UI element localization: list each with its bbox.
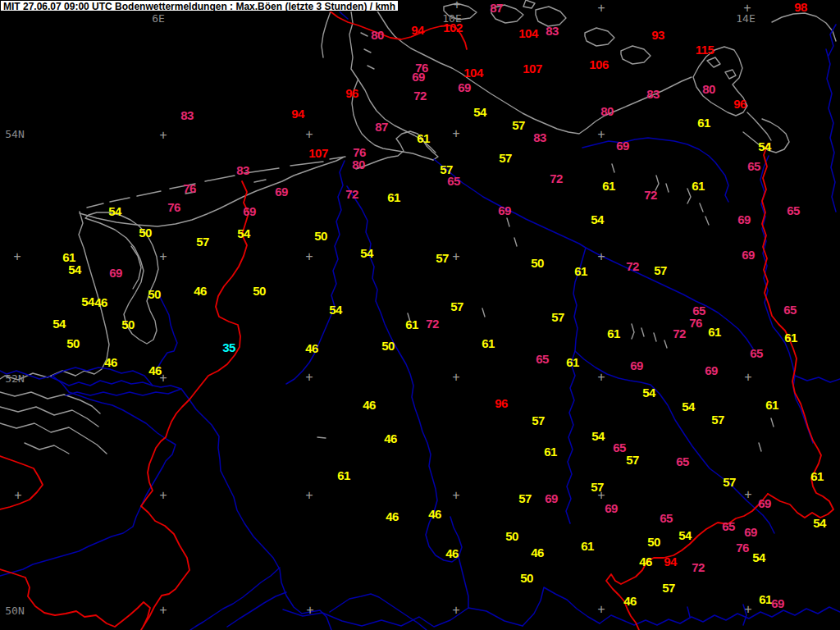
title-text: MIT 27.06.07 09:00 UTC Bodenwettermeldun… [3,1,395,12]
station-value: 65 [747,159,760,173]
station-value: 57 [499,151,512,165]
station-value: 50 [381,339,395,353]
station-value: 46 [623,594,637,608]
station-value: 50 [66,336,80,350]
station-value: 107 [308,146,328,160]
station-value: 61 [581,539,594,553]
station-value: 93 [651,28,664,42]
station-value: 50 [531,256,544,270]
station-value: 46 [428,507,441,521]
grid-cross-icon: + [305,249,313,264]
station-value: 54 [682,399,695,413]
station-value: 115 [696,43,714,57]
station-value: 61 [544,445,557,459]
station-value: 61 [387,190,400,204]
grid-cross-icon: + [452,370,459,385]
station-value: 72 [692,560,705,574]
station-value: 50 [121,317,135,331]
station-value: 54 [642,386,655,399]
station-value: 80 [702,82,715,96]
station-value: 50 [139,226,152,240]
station-value: 57 [518,491,532,505]
grid-cross-icon: + [159,128,167,143]
grid-cross-icon: + [453,0,460,12]
station-value: 46 [305,341,318,355]
station-value: 61 [602,179,615,193]
station-value: 65 [722,519,735,533]
grid-cross-icon: + [159,603,167,618]
latitude-label: 52N [5,372,24,385]
station-value: 61 [784,331,797,345]
station-value: 69 [243,204,256,218]
station-value: 72 [426,317,439,331]
station-value: 107 [523,62,542,75]
station-value: 69 [630,358,643,372]
latitude-label: 54N [5,128,24,140]
latitude-label: 50N [5,605,24,617]
station-value: 46 [386,509,399,523]
station-value: 72 [550,171,563,185]
station-value: 104 [463,66,483,80]
station-value: 87 [490,1,503,15]
station-value: 46 [194,284,207,298]
station-value: 65 [750,346,763,360]
station-value: 65 [787,203,800,217]
longitude-label: 6E [152,12,165,25]
station-value: 61 [417,131,430,145]
station-value: 80 [371,28,384,42]
station-value: 65 [783,303,797,317]
station-value: 57 [711,413,724,427]
grid-cross-icon: + [305,488,313,503]
station-value: 46 [94,295,107,309]
station-value: 65 [536,352,549,366]
grid-cross-icon: + [597,1,605,16]
station-value: 65 [447,174,460,188]
station-value: 69 [275,185,288,199]
station-value: 61 [692,179,705,193]
station-value: 57 [436,251,449,265]
station-value: 50 [505,529,518,543]
station-value: 54 [678,528,692,542]
station-value: 54 [813,516,826,530]
grid-cross-icon: + [305,127,313,142]
station-value: 61 [765,398,778,412]
station-value: 83 [180,108,194,122]
grid-cross-icon: + [14,488,21,503]
station-value: 65 [676,454,689,468]
station-value: 69 [412,70,425,84]
station-value: 46 [531,546,544,559]
station-value: 72 [345,187,358,201]
grid-cross-icon: + [306,603,313,618]
station-value: 50 [148,287,161,301]
station-value: 69 [545,491,558,505]
station-value: 61 [759,592,772,606]
station-value: 61 [337,468,350,482]
station-value: 83 [546,24,559,38]
station-value: 61 [482,336,495,350]
station-value: 61 [810,469,824,483]
station-value: 61 [405,317,418,331]
station-value: 69 [498,203,511,217]
grid-cross-icon: + [744,487,751,502]
station-value: 54 [591,212,604,226]
station-value: 50 [647,535,660,549]
station-value: 54 [360,246,373,260]
station-value: 54 [473,105,486,119]
station-value: 54 [591,429,605,443]
station-value: 54 [81,294,94,308]
station-value: 104 [518,26,538,40]
station-value: 57 [591,480,604,494]
grid-cross-icon: + [597,602,605,617]
station-value: 35 [222,340,235,354]
station-value: 83 [236,163,249,177]
grid-cross-icon: + [597,127,605,142]
station-value: 54 [758,139,771,153]
station-value: 69 [758,496,771,510]
title-bar: MIT 27.06.07 09:00 UTC Bodenwettermeldun… [0,0,399,11]
grid-cross-icon: + [159,249,167,264]
station-value: 54 [329,303,342,317]
station-value: 65 [660,511,673,525]
station-value: 96 [495,396,508,410]
station-value: 83 [533,130,546,144]
station-value: 54 [52,317,66,331]
